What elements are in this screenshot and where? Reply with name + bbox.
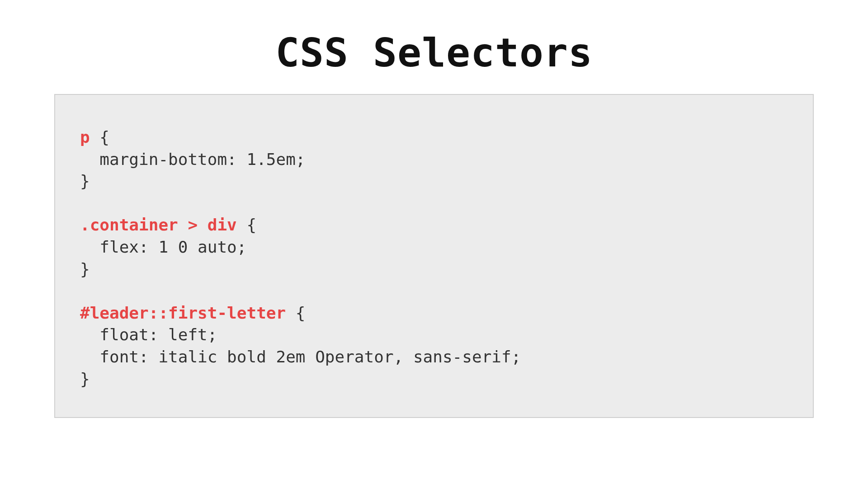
brace-open: { [286,304,305,322]
code-content: p { margin-bottom: 1.5em; } .container >… [80,127,788,390]
selector-leader-first-letter: #leader::first-letter [80,304,286,322]
brace-close: } [80,260,90,278]
brace-open: { [237,216,256,234]
declaration: margin-bottom: 1.5em; [80,150,306,169]
selector-container-div: .container > div [80,216,237,234]
selector-p: p [80,128,90,146]
declaration: flex: 1 0 auto; [80,238,246,256]
brace-open: { [90,128,109,146]
slide: CSS Selectors p { margin-bottom: 1.5em; … [0,0,868,488]
declaration: float: left; [80,325,217,344]
code-block: p { margin-bottom: 1.5em; } .container >… [54,94,814,418]
slide-title: CSS Selectors [54,29,814,76]
brace-close: } [80,370,90,388]
declaration: font: italic bold 2em Operator, sans-ser… [80,347,521,366]
brace-close: } [80,172,90,190]
